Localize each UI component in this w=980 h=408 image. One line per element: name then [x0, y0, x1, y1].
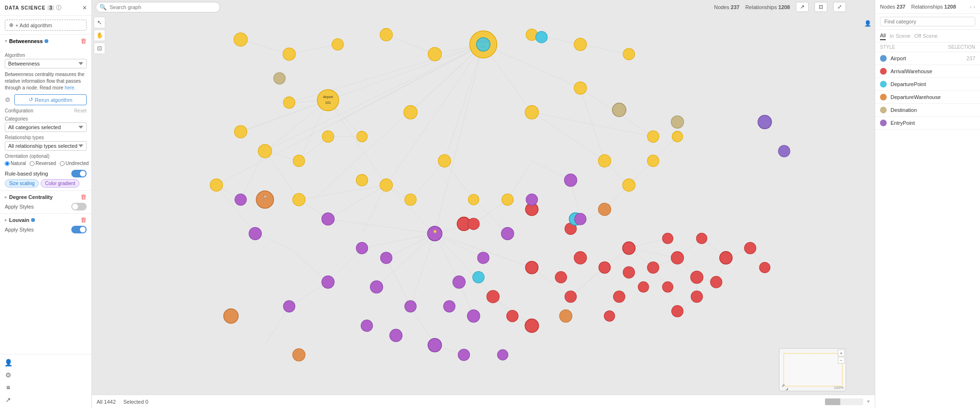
svg-point-124 [598, 154, 611, 167]
svg-point-157 [623, 266, 635, 278]
settings-icon: ⚙ [5, 96, 11, 103]
svg-point-172 [468, 310, 480, 322]
graph-area: 🔍 ↖ ✋ ⊡ [92, 0, 875, 408]
filter-sidebar-icon[interactable]: ≡ [3, 382, 13, 393]
tab-in-scene[interactable]: In Scene [890, 32, 910, 40]
color-gradient-tag[interactable]: Color gradient [41, 179, 79, 187]
tab-all[interactable]: All [880, 32, 886, 40]
entry-point-nodes[interactable] [758, 115, 790, 157]
node-type-count: 237 [967, 55, 975, 61]
louvain-apply-styles-row: Apply Styles [5, 226, 87, 233]
node-type-label: EntryPoint [891, 120, 971, 126]
minimap-zoom-in[interactable]: + [838, 350, 845, 356]
relationship-types-label: Relationship types [5, 135, 87, 140]
svg-line-75 [580, 44, 629, 54]
svg-point-175 [322, 276, 334, 288]
node-type-item[interactable]: ArrivalWarehouse [875, 65, 980, 78]
rerun-algorithm-button[interactable]: ↺ Rerun algorithm [14, 94, 87, 105]
svg-line-60 [328, 248, 362, 282]
config-row: Configuration Reset [5, 108, 87, 113]
svg-point-141 [574, 252, 587, 264]
svg-point-104 [380, 28, 392, 41]
nav-left-icon[interactable]: ‹ [970, 4, 972, 10]
orientation-undirected[interactable]: Undirected [60, 161, 89, 166]
betweenness-delete-button[interactable]: 🗑 [80, 38, 87, 44]
filter-tool-button[interactable]: ⊡ [94, 43, 105, 54]
find-category-input[interactable] [880, 17, 975, 26]
tab-off-scene[interactable]: Off Scene [914, 32, 938, 40]
svg-point-183 [575, 213, 586, 225]
node-type-item[interactable]: Destination [875, 104, 980, 117]
svg-point-140 [555, 271, 567, 283]
betweenness-content: Algorithm Betweenness Betweenness centra… [0, 47, 91, 190]
style-col-header: STYLE [880, 44, 895, 50]
person-graph-icon[interactable]: 👤 [862, 18, 873, 29]
size-scaling-tag[interactable]: Size scaling [5, 179, 39, 187]
tab-count-badge: 3 [47, 5, 54, 11]
svg-point-146 [671, 252, 683, 264]
svg-point-206 [834, 374, 834, 375]
svg-line-33 [328, 185, 386, 219]
settings-sidebar-icon[interactable]: ⚙ [3, 370, 13, 380]
svg-point-207 [817, 378, 817, 379]
departure-warehouse-nodes[interactable] [223, 191, 611, 361]
louvain-apply-styles-toggle[interactable] [71, 226, 87, 233]
node-type-item[interactable]: DepartureWarehouse [875, 91, 980, 104]
departure-point-nodes[interactable] [473, 31, 582, 283]
node-type-item[interactable]: DeparturePoint [875, 78, 980, 91]
share-sidebar-icon[interactable]: ↗ [3, 395, 13, 405]
node-type-item[interactable]: EntryPoint [875, 117, 980, 130]
rule-based-styling-row: Rule-based styling [5, 170, 87, 177]
relationship-types-select[interactable]: All relationship types selected [5, 141, 87, 151]
svg-point-164 [473, 271, 484, 283]
reset-button[interactable]: Reset [74, 108, 87, 113]
chevron-status-icon: ▾ [867, 398, 870, 405]
graph-canvas[interactable]: Airport 240 Airport 101 [92, 15, 875, 394]
categories-select[interactable]: All categories selected [5, 122, 87, 132]
svg-line-17 [328, 100, 386, 185]
zoom-slider[interactable] [825, 398, 863, 405]
node-type-dot [880, 107, 887, 113]
svg-point-190 [292, 349, 305, 361]
svg-point-123 [502, 194, 513, 205]
louvain-chevron: ▸ [5, 218, 7, 222]
louvain-header[interactable]: ▸ Louvain 🗑 [5, 217, 87, 223]
svg-point-179 [478, 252, 489, 264]
degree-centrality-header[interactable]: ▸ Degree Centrality 🗑 [5, 194, 87, 200]
algorithm-select[interactable]: Betweenness [5, 59, 87, 68]
svg-point-210 [821, 356, 822, 356]
close-icon[interactable]: × [83, 4, 87, 11]
cursor-tool-button[interactable]: ↖ [94, 17, 105, 28]
nav-right-icon[interactable]: › [973, 4, 975, 10]
read-more-link[interactable]: here. [65, 85, 76, 90]
svg-point-111 [525, 106, 538, 119]
svg-point-203 [809, 372, 809, 373]
minimap[interactable]: 100% + − [779, 348, 846, 391]
hand-tool-button[interactable]: ✋ [94, 30, 105, 41]
louvain-dot [31, 218, 35, 222]
svg-point-192 [559, 310, 572, 322]
svg-line-27 [328, 219, 434, 233]
orientation-reversed[interactable]: Reversed [30, 161, 56, 166]
person-icon[interactable]: 👤 [3, 357, 13, 368]
search-input[interactable] [96, 2, 220, 12]
minimap-expand[interactable] [780, 385, 790, 390]
svg-point-165 [427, 226, 442, 241]
svg-line-23 [435, 233, 493, 297]
louvain-section: ▸ Louvain 🗑 Apply Styles [0, 213, 91, 236]
node-type-dot [880, 68, 887, 75]
degree-centrality-section: ▸ Degree Centrality 🗑 Apply Styles [0, 190, 91, 213]
degree-centrality-delete-button[interactable]: 🗑 [80, 194, 87, 200]
info-icon[interactable]: ⓘ [56, 4, 61, 11]
louvain-delete-button[interactable]: 🗑 [80, 217, 87, 223]
arrival-warehouse-nodes[interactable] [457, 203, 770, 332]
orientation-natural[interactable]: Natural [5, 161, 26, 166]
svg-point-137 [487, 290, 499, 303]
minimap-zoom-out[interactable]: − [838, 357, 845, 364]
add-algorithm-button[interactable]: ⊕ + Add algorithm [5, 20, 87, 31]
node-type-item[interactable]: Airport 237 [875, 52, 980, 65]
betweenness-header[interactable]: ▾ Betweenness 🗑 [0, 35, 91, 47]
rule-based-styling-toggle[interactable] [71, 170, 87, 177]
degree-apply-styles-toggle[interactable] [71, 203, 87, 210]
svg-point-149 [671, 305, 683, 317]
